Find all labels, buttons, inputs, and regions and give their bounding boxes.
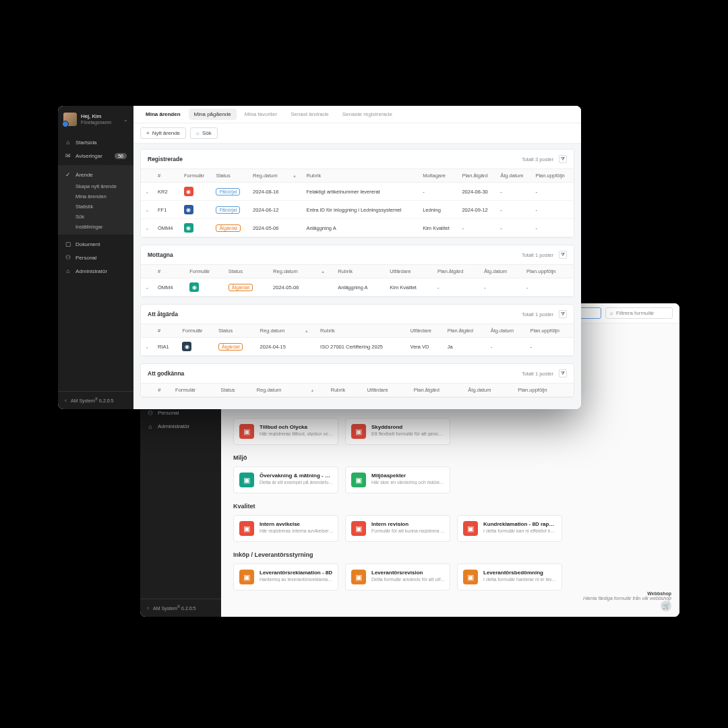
column-header[interactable]: [141, 324, 154, 338]
search-button[interactable]: ⌕Sök: [190, 127, 218, 139]
column-header[interactable]: Utfärdare: [406, 324, 444, 338]
form-card[interactable]: ▣Kundreklamation - 8D rapportI detta for…: [457, 515, 562, 542]
table-row[interactable]: ⌄RIA1◉Åtgärdat2024-04-15ISO 27001 Certif…: [141, 338, 574, 356]
column-header[interactable]: Plan.åtgärd: [410, 384, 464, 397]
status-badge: Påbörjat: [216, 206, 240, 214]
tab[interactable]: Senast ändrade: [284, 106, 336, 123]
collapse-icon[interactable]: ‹: [147, 605, 149, 611]
column-header[interactable]: Status: [216, 384, 252, 397]
tab[interactable]: Senaste registrerade: [336, 106, 399, 123]
table-row[interactable]: ⌄FF1◉Påbörjat2024-06-12Entra ID för inlo…: [141, 201, 574, 219]
column-header[interactable]: Utfärdare: [363, 384, 409, 397]
tab[interactable]: Mina ärenden: [139, 106, 187, 123]
card-row: ▣Tillbud och OlyckaHär registreras tillb…: [233, 418, 667, 445]
column-header[interactable]: Åtg.datum: [464, 384, 514, 397]
column-header[interactable]: ▲: [299, 324, 316, 338]
column-header[interactable]: Plan.uppföljn: [531, 169, 574, 183]
tab[interactable]: Mina favoriter: [238, 106, 284, 123]
nav-sub-item[interactable]: Sök: [58, 212, 133, 222]
nav-notifications[interactable]: ✉Aviseringar56: [58, 149, 133, 162]
filter-icon[interactable]: ⧩: [559, 310, 567, 318]
collapse-icon[interactable]: ‹: [65, 397, 67, 404]
column-header[interactable]: Plan.åtgärd: [433, 265, 480, 278]
cell-atg: -: [496, 219, 531, 237]
form-card[interactable]: ▣Tillbud och OlyckaHär registreras tillb…: [233, 418, 338, 445]
nav-dokument[interactable]: ▢Dokument: [58, 237, 133, 251]
column-header[interactable]: Plan.uppföljn: [522, 265, 574, 278]
card-icon: ▣: [239, 570, 254, 584]
webshop-link[interactable]: Webbshop Hämta färdiga formulär från vår…: [583, 591, 671, 611]
column-header[interactable]: #: [154, 384, 171, 397]
column-header[interactable]: [141, 265, 154, 278]
filter-input-2[interactable]: ⌕Filtrera formulär: [605, 307, 673, 319]
column-header[interactable]: Plan.åtgärd: [458, 169, 496, 183]
filter-icon[interactable]: ⧩: [559, 369, 567, 377]
column-header[interactable]: #: [154, 169, 180, 183]
nav-admin[interactable]: ⌂Administratör: [58, 264, 133, 278]
nav-arende[interactable]: ✓Ärende: [58, 168, 133, 181]
new-case-button[interactable]: +Nytt ärende: [140, 127, 186, 139]
column-header[interactable]: Mottagare: [419, 169, 458, 183]
webshop-subtitle: Hämta färdiga formulär från vår webbshop: [583, 596, 671, 601]
expand-icon[interactable]: ⌄: [141, 201, 154, 219]
column-header[interactable]: Rubrik: [302, 169, 419, 183]
form-card[interactable]: ▣Intern avvikelseHär registreras interna…: [233, 515, 338, 542]
expand-icon[interactable]: ⌄: [141, 219, 154, 237]
column-header[interactable]: Åtg.datum: [480, 265, 522, 278]
column-header[interactable]: ▲: [287, 169, 303, 183]
form-card[interactable]: ▣LeverantörsbedömningI detta formulär ha…: [457, 564, 562, 590]
column-header[interactable]: Åtg.datum: [496, 169, 531, 183]
column-header[interactable]: #: [154, 324, 178, 338]
column-header[interactable]: Formulär: [180, 169, 212, 183]
column-header[interactable]: Status: [224, 265, 269, 278]
column-header[interactable]: ▲: [305, 384, 327, 397]
column-header[interactable]: [141, 169, 154, 183]
column-header[interactable]: Plan.uppföljn: [526, 324, 574, 338]
card-desc: Här registreras interna avvikelser i en …: [260, 528, 334, 533]
table-row[interactable]: ⌄ÖMM4◉Åtgärdat2024-05-06Anläggning AKim …: [141, 219, 574, 237]
form-card[interactable]: ▣LeverantörsrevisionDetta formulär använ…: [345, 564, 450, 590]
column-header[interactable]: Reg.datum: [249, 169, 287, 183]
form-card[interactable]: ▣Intern revisionFormulär för att kunna r…: [345, 515, 450, 542]
nav-sub-item[interactable]: Skapa nytt ärende: [58, 181, 133, 191]
column-header[interactable]: [141, 384, 154, 397]
nav-sub-item[interactable]: Inställningar: [58, 222, 133, 232]
nav-sub-item[interactable]: Statistik: [58, 202, 133, 212]
column-header[interactable]: Åtg.datum: [487, 324, 526, 338]
column-header[interactable]: Status: [214, 324, 256, 338]
column-header[interactable]: Formulär: [185, 265, 224, 278]
filter-icon[interactable]: ⧩: [559, 155, 567, 163]
column-header[interactable]: Utfärdare: [386, 265, 433, 278]
expand-icon[interactable]: ⌄: [141, 338, 154, 356]
column-header[interactable]: Formulär: [171, 384, 216, 397]
nav-sub-item[interactable]: Mina ärenden: [58, 191, 133, 202]
column-header[interactable]: Reg.datum: [253, 384, 305, 397]
column-header[interactable]: Rubrik: [326, 384, 363, 397]
column-header[interactable]: Reg.datum: [269, 265, 315, 278]
table-row[interactable]: ⌄KR2◉Påbörjat2024-08-16Felaktigt artikel…: [141, 183, 574, 201]
expand-icon[interactable]: ⌄: [141, 278, 154, 297]
filter-icon[interactable]: ⧩: [559, 251, 567, 259]
column-header[interactable]: Plan.åtgärd: [444, 324, 487, 338]
table-row[interactable]: ⌄ÖMM4◉Åtgärdat2024-05-06Anläggning AKim …: [141, 278, 574, 297]
column-header[interactable]: Reg.datum: [256, 324, 299, 338]
column-header[interactable]: Rubrik: [334, 265, 386, 278]
column-header[interactable]: Rubrik: [316, 324, 406, 338]
nav-personal[interactable]: ⚇Personal: [58, 251, 133, 264]
expand-icon[interactable]: ⌄: [141, 183, 154, 201]
column-header[interactable]: ▲: [315, 265, 334, 278]
column-header[interactable]: Plan.uppföljn: [514, 384, 574, 397]
nav-home[interactable]: ⌂Startsida: [58, 135, 133, 149]
column-header[interactable]: Formulär: [178, 324, 214, 338]
nav-admin[interactable]: ⌂Administratör: [140, 420, 221, 433]
form-card[interactable]: ▣SkyddsrondEtt flexibelt formulär för at…: [345, 418, 450, 445]
form-card[interactable]: ▣MiljöaspekterHär sker en värdering och …: [345, 466, 450, 493]
mail-icon: ✉: [65, 152, 71, 159]
form-card[interactable]: ▣Övervakning & mätning - MiljöDetta är e…: [233, 466, 338, 493]
user-menu[interactable]: Hej, Kim Företagsnamn ⌄: [58, 106, 133, 133]
column-header[interactable]: #: [154, 265, 185, 278]
column-header[interactable]: Status: [212, 169, 249, 183]
sections-scroll[interactable]: RegistreradeTotalt 3 poster⧩#FormulärSta…: [133, 144, 581, 409]
form-card[interactable]: ▣Leverantörsreklamation - 8DHantering av…: [233, 564, 338, 590]
tab[interactable]: Mina pågående: [189, 109, 237, 120]
